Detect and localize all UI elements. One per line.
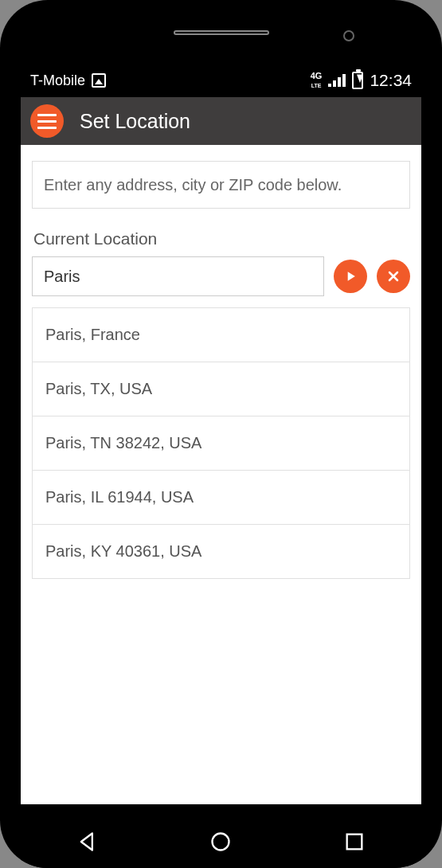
device-camera	[343, 30, 354, 41]
play-icon	[342, 268, 358, 284]
location-input-row	[32, 256, 410, 296]
svg-point-0	[213, 834, 229, 850]
home-icon	[209, 831, 232, 853]
carrier-label: T-Mobile	[30, 72, 85, 89]
instruction-card: Enter any address, city or ZIP code belo…	[32, 161, 410, 209]
picture-icon	[92, 73, 106, 88]
svg-rect-1	[347, 835, 362, 850]
submit-location-button[interactable]	[334, 260, 367, 293]
suggestion-item[interactable]: Paris, KY 40361, USA	[33, 524, 409, 578]
clear-location-button[interactable]	[377, 260, 410, 293]
android-nav-bar	[21, 815, 421, 868]
content-area: Enter any address, city or ZIP code belo…	[21, 145, 421, 804]
suggestion-list: Paris, France Paris, TX, USA Paris, TN 3…	[32, 307, 410, 579]
recent-apps-button[interactable]	[338, 826, 370, 858]
suggestion-item[interactable]: Paris, IL 61944, USA	[33, 470, 409, 524]
page-title: Set Location	[80, 110, 190, 133]
suggestion-item[interactable]: Paris, France	[33, 308, 409, 362]
close-icon	[385, 268, 401, 284]
current-location-label: Current Location	[33, 229, 409, 248]
menu-button[interactable]	[30, 104, 64, 138]
device-speaker	[174, 30, 269, 35]
suggestion-item[interactable]: Paris, TX, USA	[33, 362, 409, 416]
signal-icon	[328, 74, 346, 87]
square-icon	[343, 831, 366, 853]
network-type-icon: 4GLTE	[311, 72, 323, 89]
back-icon	[76, 831, 99, 853]
status-bar: T-Mobile 4GLTE 12:34	[21, 64, 421, 97]
suggestion-item[interactable]: Paris, TN 38242, USA	[33, 416, 409, 470]
home-button[interactable]	[205, 826, 237, 858]
app-header: Set Location	[21, 97, 421, 145]
status-time: 12:34	[370, 71, 412, 90]
location-input[interactable]	[32, 256, 324, 296]
back-button[interactable]	[72, 826, 104, 858]
battery-icon	[352, 72, 363, 89]
